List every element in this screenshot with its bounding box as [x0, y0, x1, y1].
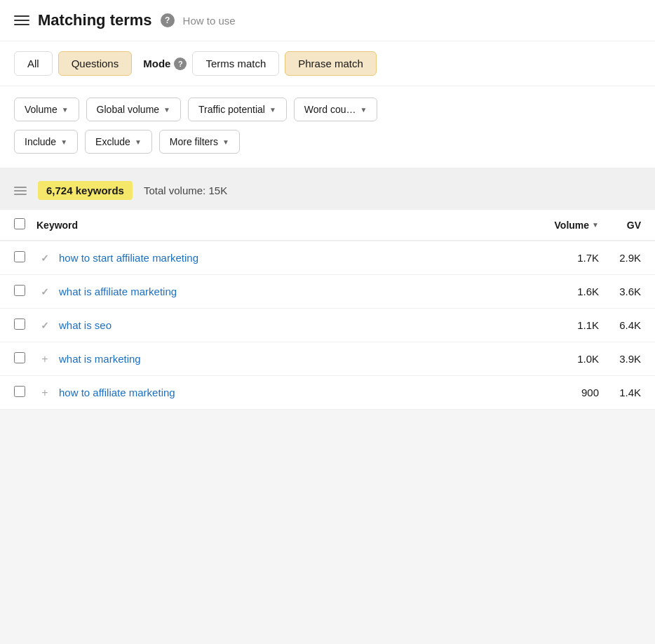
row-checkbox-1[interactable] [14, 251, 25, 262]
filter-row-1: Volume ▼ Global volume ▼ Traffic potenti… [14, 98, 641, 121]
more-filters-filter-label: More filters [170, 136, 218, 147]
table-row: ✓ what is seo 1.1K 6.4K [0, 309, 655, 342]
keyword-link-3[interactable]: what is seo [59, 319, 529, 331]
how-to-use-link[interactable]: How to use [183, 15, 236, 27]
word-count-filter-label: Word cou… [304, 104, 356, 115]
volume-filter[interactable]: Volume ▼ [14, 98, 79, 121]
volume-cell-3: 1.1K [529, 319, 599, 331]
volume-cell-2: 1.6K [529, 286, 599, 297]
status-plus-icon-5: + [36, 387, 53, 398]
results-header: 6,724 keywords Total volume: 15K [0, 168, 655, 210]
row-checkbox-cell-2 [14, 285, 36, 298]
keyword-link-5[interactable]: how to affiliate marketing [59, 387, 529, 398]
row-checkbox-cell-5 [14, 386, 36, 399]
col-volume-label: Volume [555, 220, 590, 231]
volume-filter-arrow: ▼ [62, 106, 69, 114]
select-all-checkbox[interactable] [14, 218, 25, 229]
exclude-filter-label: Exclude [95, 136, 130, 147]
row-checkbox-4[interactable] [14, 352, 25, 363]
keywords-table: Keyword Volume ▼ GV ✓ how to start affil… [0, 210, 655, 410]
total-volume-label: Total volume: 15K [144, 185, 227, 196]
volume-cell-4: 1.0K [529, 353, 599, 365]
keyword-link-2[interactable]: what is affiliate marketing [59, 286, 529, 297]
page-title: Matching terms [38, 11, 152, 29]
results-section: 6,724 keywords Total volume: 15K Keyword… [0, 168, 655, 410]
tab-terms-match[interactable]: Terms match [192, 51, 279, 76]
filters-section: Volume ▼ Global volume ▼ Traffic potenti… [0, 86, 655, 168]
row-checkbox-cell-4 [14, 352, 36, 365]
global-volume-filter[interactable]: Global volume ▼ [86, 98, 181, 121]
gv-cell-2: 3.6K [599, 286, 641, 297]
gv-cell-5: 1.4K [599, 387, 641, 398]
col-gv-header: GV [599, 220, 641, 231]
status-check-icon-1: ✓ [36, 252, 53, 264]
word-count-filter[interactable]: Word cou… ▼ [294, 98, 378, 121]
tab-phrase-match[interactable]: Phrase match [285, 51, 377, 76]
keywords-count-badge: 6,724 keywords [38, 181, 133, 200]
include-filter-arrow: ▼ [60, 138, 67, 146]
col-keyword-header: Keyword [36, 220, 529, 231]
volume-cell-1: 1.7K [529, 252, 599, 264]
mode-text: Mode [143, 58, 170, 69]
gv-cell-4: 3.9K [599, 353, 641, 365]
header-checkbox-cell [14, 218, 36, 232]
table-row: ✓ what is affiliate marketing 1.6K 3.6K [0, 275, 655, 309]
status-check-icon-3: ✓ [36, 319, 53, 331]
traffic-potential-filter-label: Traffic potential [198, 104, 265, 115]
header: Matching terms ? How to use [0, 0, 655, 41]
status-check-icon-2: ✓ [36, 286, 53, 297]
mode-label: Mode ? [143, 58, 187, 70]
exclude-filter-arrow: ▼ [135, 138, 142, 146]
gv-cell-1: 2.9K [599, 252, 641, 264]
global-volume-filter-arrow: ▼ [163, 106, 170, 114]
more-filters-filter[interactable]: More filters ▼ [159, 130, 240, 154]
header-help-icon[interactable]: ? [161, 13, 175, 27]
traffic-potential-filter[interactable]: Traffic potential ▼ [188, 98, 287, 121]
volume-sort-arrow: ▼ [592, 221, 599, 229]
volume-cell-5: 900 [529, 387, 599, 398]
include-filter[interactable]: Include ▼ [14, 130, 78, 154]
filter-row-2: Include ▼ Exclude ▼ More filters ▼ [14, 130, 641, 154]
row-checkbox-2[interactable] [14, 285, 25, 296]
table-row: + what is marketing 1.0K 3.9K [0, 342, 655, 376]
table-header: Keyword Volume ▼ GV [0, 210, 655, 241]
gv-cell-3: 6.4K [599, 319, 641, 331]
row-checkbox-cell-1 [14, 251, 36, 264]
col-volume-header[interactable]: Volume ▼ [529, 220, 599, 231]
row-checkbox-3[interactable] [14, 318, 25, 330]
more-filters-filter-arrow: ▼ [222, 138, 229, 146]
traffic-potential-filter-arrow: ▼ [269, 106, 276, 114]
word-count-filter-arrow: ▼ [360, 106, 367, 114]
volume-filter-label: Volume [25, 104, 58, 115]
status-plus-icon-4: + [36, 353, 53, 365]
tabs-bar: All Questions Mode ? Terms match Phrase … [0, 41, 655, 86]
hamburger-menu-icon[interactable] [14, 15, 29, 25]
keyword-link-4[interactable]: what is marketing [59, 353, 529, 365]
table-row: + how to affiliate marketing 900 1.4K [0, 376, 655, 410]
global-volume-filter-label: Global volume [97, 104, 160, 115]
drag-icon[interactable] [14, 187, 27, 195]
include-filter-label: Include [25, 136, 56, 147]
mode-help-icon[interactable]: ? [174, 58, 187, 70]
tab-all[interactable]: All [14, 51, 53, 76]
row-checkbox-5[interactable] [14, 386, 25, 397]
row-checkbox-cell-3 [14, 318, 36, 332]
tab-questions[interactable]: Questions [58, 51, 133, 76]
keyword-link-1[interactable]: how to start affiliate marketing [59, 252, 529, 264]
table-row: ✓ how to start affiliate marketing 1.7K … [0, 241, 655, 275]
exclude-filter[interactable]: Exclude ▼ [85, 130, 152, 154]
